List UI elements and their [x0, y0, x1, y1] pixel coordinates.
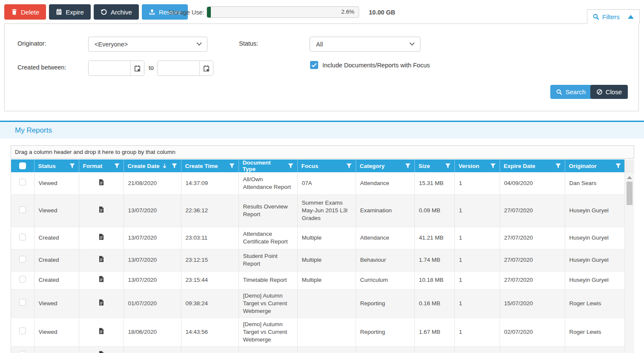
close-button-label: Close — [606, 88, 622, 95]
cell-select — [11, 227, 34, 249]
search-button[interactable]: Search — [550, 85, 592, 99]
section-title: My Reports — [15, 126, 52, 135]
cell-focus: 07A — [297, 172, 356, 194]
column-header-category[interactable]: Category — [356, 159, 414, 172]
cell-version: 1 — [454, 172, 500, 194]
collapse-arrow-icon[interactable] — [628, 15, 634, 19]
filter-funnel-icon[interactable] — [445, 163, 451, 168]
column-header-expire-date[interactable]: Expire Date — [500, 159, 565, 172]
column-header-status[interactable]: Status — [34, 159, 79, 172]
row-checkbox[interactable] — [19, 179, 26, 185]
cell-create-date: 01/07/2020 — [124, 289, 181, 318]
vertical-scrollbar[interactable] — [624, 159, 634, 353]
cell-create-time: 22:36:12 — [181, 194, 239, 227]
cell-expire-date: 02/07/2020 — [500, 318, 565, 346]
group-hint-bar[interactable]: Drag a column header and drop it here to… — [11, 145, 634, 159]
column-header-document-type[interactable]: Document Type — [239, 159, 297, 172]
row-checkbox[interactable] — [19, 327, 26, 334]
cell-version: 1 — [454, 346, 500, 353]
row-checkbox[interactable] — [19, 234, 26, 240]
date-from-calendar-button[interactable] — [130, 61, 144, 75]
column-header-create-time[interactable]: Create Time — [181, 159, 239, 172]
reports-grid: Status Format Create Date Create Time Do… — [11, 159, 634, 353]
date-range-separator: to — [149, 64, 154, 71]
cell-document-type: Demo Webmerge — [239, 346, 297, 353]
scrollbar-track[interactable] — [624, 172, 634, 353]
scrollbar-thumb[interactable] — [627, 182, 632, 205]
filter-funnel-icon[interactable] — [615, 163, 621, 168]
filter-funnel-icon[interactable] — [69, 163, 75, 168]
chevron-down-icon — [196, 42, 202, 46]
status-label: Status: — [239, 40, 258, 47]
cell-select — [11, 249, 34, 271]
cell-create-time: 23:12:15 — [181, 249, 239, 271]
cell-category: Behaviour — [356, 249, 414, 271]
cell-select — [11, 289, 34, 318]
file-icon — [99, 351, 104, 353]
filter-funnel-icon[interactable] — [172, 163, 177, 168]
scroll-up-icon[interactable] — [627, 176, 632, 179]
filter-funnel-icon[interactable] — [405, 163, 411, 168]
cell-expire-date: 29/06/2020 — [500, 346, 565, 353]
delete-button[interactable]: Delete — [4, 4, 46, 20]
row-checkbox[interactable] — [19, 256, 26, 263]
filter-panel: Originator: <Everyone> Status: All Creat… — [4, 23, 639, 111]
cell-focus — [297, 289, 356, 318]
cell-category: Curriculum — [356, 271, 414, 289]
filter-funnel-icon[interactable] — [346, 163, 352, 168]
cell-document-type: Results Overview Report — [239, 194, 297, 227]
archive-button[interactable]: Archive — [94, 4, 139, 20]
cell-size: 1.74 MB — [414, 249, 454, 271]
select-all-checkbox[interactable] — [19, 162, 26, 169]
storage-progress-fill — [207, 7, 211, 17]
cell-create-time: 08:38:59 — [181, 346, 239, 353]
sort-desc-icon — [162, 163, 167, 168]
include-focus-checkbox[interactable] — [310, 61, 318, 69]
group-hint-text: Drag a column header and drop it here to… — [15, 149, 175, 155]
row-checkbox[interactable] — [19, 206, 26, 213]
date-to-calendar-button[interactable] — [199, 61, 213, 75]
row-checkbox[interactable] — [19, 299, 26, 306]
file-icon — [99, 179, 104, 185]
header-row: Status Format Create Date Create Time Do… — [11, 159, 625, 172]
status-select[interactable]: All — [310, 37, 420, 52]
archive-button-label: Archive — [111, 9, 132, 16]
filter-funnel-icon[interactable] — [555, 163, 561, 168]
cell-select — [11, 346, 34, 353]
column-header-originator[interactable]: Originator — [565, 159, 625, 172]
originator-select[interactable]: <Everyone> — [88, 37, 207, 52]
filter-funnel-icon[interactable] — [490, 163, 496, 168]
cell-expire-date: 27/07/2020 — [500, 249, 565, 271]
cell-focus: Multiple — [297, 271, 356, 289]
close-button[interactable]: Close — [590, 85, 628, 99]
cell-create-time: 23:03:11 — [181, 227, 239, 249]
column-header-create-date[interactable]: Create Date — [124, 159, 181, 172]
date-to-input[interactable] — [158, 61, 199, 75]
table-row: Viewed21/08/202014:37:09All/Own Attendan… — [11, 172, 625, 194]
cell-expire-date: 15/07/2020 — [500, 289, 565, 318]
cell-format — [79, 271, 124, 289]
cell-size: 1.34 MB — [414, 346, 454, 353]
row-checkbox[interactable] — [19, 276, 26, 283]
cell-status: Viewed — [34, 318, 79, 346]
filters-tab[interactable]: Filters — [587, 9, 640, 24]
filter-funnel-icon[interactable] — [114, 163, 120, 168]
file-icon — [99, 256, 104, 262]
column-header-size[interactable]: Size — [414, 159, 454, 172]
column-header-format[interactable]: Format — [79, 159, 124, 172]
date-from-input[interactable] — [89, 61, 130, 75]
created-between-label: Created between: — [17, 64, 66, 71]
cell-version: 1 — [454, 271, 500, 289]
date-to-group — [157, 61, 213, 76]
filter-funnel-icon[interactable] — [288, 163, 293, 168]
column-header-version[interactable]: Version — [454, 159, 500, 172]
cell-size: 0.16 MB — [414, 289, 454, 318]
expire-button[interactable]: Expire — [49, 4, 91, 20]
cell-size: 1.67 MB — [414, 318, 454, 346]
filter-funnel-icon[interactable] — [229, 163, 235, 168]
column-header-focus[interactable]: Focus — [297, 159, 356, 172]
status-select-value: All — [316, 41, 323, 48]
cell-expire-date: 27/07/2020 — [500, 271, 565, 289]
row-checkbox[interactable] — [19, 351, 26, 353]
cell-format — [79, 172, 124, 194]
